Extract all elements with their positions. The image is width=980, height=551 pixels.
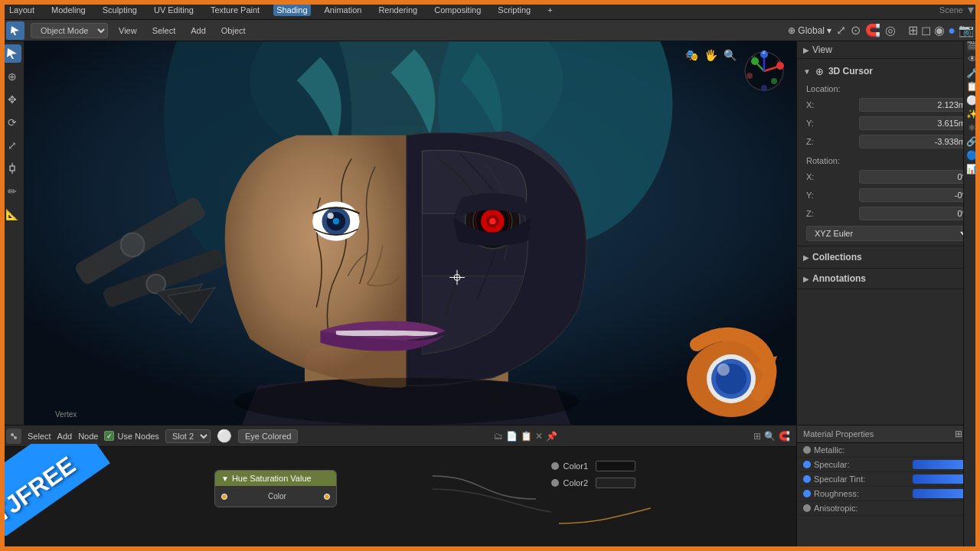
toolbar-object[interactable]: Object xyxy=(217,24,250,37)
annotations-chevron-icon: ▶ xyxy=(803,275,809,283)
location-z-input[interactable]: -3.938m xyxy=(859,135,971,148)
node-snap-icon[interactable]: 🧲 xyxy=(779,431,790,442)
transform-icon[interactable]: ⤢ xyxy=(836,23,846,37)
rstrip-constraint-icon[interactable]: 🔗 xyxy=(966,136,978,147)
rotation-x-input[interactable]: 0° xyxy=(859,170,971,184)
toolbar-view[interactable]: View xyxy=(114,24,142,37)
metallic-label: Metallic: xyxy=(814,445,974,455)
node-btn-browse[interactable]: 🗂 xyxy=(494,431,503,442)
rstrip-particle-icon[interactable]: ✨ xyxy=(966,109,978,119)
tool-measure[interactable]: 📐 xyxy=(3,205,21,223)
menu-layout[interactable]: Layout xyxy=(6,4,38,16)
object-mode-select[interactable]: Object Mode xyxy=(31,23,108,38)
material-panel: Material Properties ⊞ ⚙ Metallic: Specul… xyxy=(796,425,980,551)
svg-text:Z: Z xyxy=(763,51,766,55)
menu-uv-editing[interactable]: UV Editing xyxy=(151,4,197,16)
pivot-icon[interactable]: ⊙ xyxy=(851,23,861,37)
tool-cursor[interactable] xyxy=(3,44,21,63)
svg-point-13 xyxy=(333,218,339,224)
collections-header[interactable]: ▶ Collections ⋯ xyxy=(803,249,974,265)
viewport-hand-icon[interactable]: 🖐 xyxy=(704,49,717,61)
rstrip-tool-icon[interactable]: 🔧 xyxy=(967,67,978,79)
node-zoom-icon[interactable]: 🔍 xyxy=(764,431,776,442)
annotations-header[interactable]: ▶ Annotations xyxy=(803,272,974,285)
viewport-camera-icon[interactable]: 🎭 xyxy=(685,49,698,61)
node-select-btn[interactable]: Select xyxy=(28,432,51,441)
rotation-y-input[interactable]: -0° xyxy=(859,188,971,202)
view-section[interactable]: ▶ View xyxy=(797,41,980,59)
global-select[interactable]: ⊕ Global ▾ xyxy=(788,25,831,36)
material-sphere-icon[interactable]: ⚪ xyxy=(217,429,232,443)
node-canvas[interactable]: Color1 Color2 ▼ Hue Saturation Value Col… xyxy=(0,447,796,551)
node-overlay-icon[interactable]: ⊞ xyxy=(753,431,761,442)
tool-annotate[interactable]: ✏ xyxy=(3,182,21,201)
rstrip-view-icon[interactable]: 👁 xyxy=(968,54,977,64)
menu-compositing[interactable]: Compositing xyxy=(431,4,484,16)
rstrip-data-icon[interactable]: 📊 xyxy=(966,164,978,174)
toolbar-select-icon[interactable] xyxy=(6,21,24,40)
rstrip-modifier-icon[interactable]: 🔵 xyxy=(966,150,978,161)
use-nodes-checkbox[interactable]: ✓ Use Nodes xyxy=(104,431,158,441)
material-name[interactable]: Eye Colored xyxy=(238,429,299,443)
hue-saturation-node[interactable]: ▼ Hue Saturation Value Color xyxy=(214,470,337,507)
color1-swatch[interactable] xyxy=(596,461,635,471)
specular-tint-label: Specular Tint: xyxy=(814,474,910,484)
tool-move[interactable]: ✥ xyxy=(3,90,21,109)
roughness-label: Roughness: xyxy=(814,489,910,498)
svg-marker-0 xyxy=(11,26,19,35)
shading-solid-icon[interactable]: ◉ xyxy=(934,23,945,37)
shading-render-icon[interactable]: ● xyxy=(948,24,956,37)
rstrip-scene-icon[interactable]: 🎬 xyxy=(966,40,978,51)
menu-modeling[interactable]: Modeling xyxy=(48,4,89,16)
snap-icon[interactable]: 🧲 xyxy=(865,23,880,37)
roughness-dot[interactable] xyxy=(803,490,811,497)
tool-select-box[interactable]: ⊕ xyxy=(3,67,21,86)
rstrip-material-icon[interactable]: ⚪ xyxy=(966,95,978,106)
toolbar-select[interactable]: Select xyxy=(148,24,181,37)
menu-rendering[interactable]: Rendering xyxy=(375,4,420,16)
rotation-mode-select[interactable]: XYZ Euler Quaternion Axis Angle xyxy=(806,226,971,241)
viewport-search-icon[interactable]: 🔍 xyxy=(724,49,737,61)
node-node-btn[interactable]: Node xyxy=(78,432,98,441)
node-btn-copy[interactable]: 📋 xyxy=(521,431,532,442)
node-btn-new[interactable]: 📄 xyxy=(506,431,518,442)
rstrip-physics-icon[interactable]: ⚛ xyxy=(968,122,976,133)
proportional-icon[interactable]: ◎ xyxy=(885,23,896,37)
specular-dot[interactable] xyxy=(803,461,811,468)
rotation-z-input[interactable]: 0° xyxy=(859,207,971,220)
toolbar-add[interactable]: Add xyxy=(186,24,211,37)
menu-texture-paint[interactable]: Texture Paint xyxy=(207,4,263,16)
tool-rotate[interactable]: ⟳ xyxy=(3,113,21,132)
node-btn-pin[interactable]: 📌 xyxy=(546,431,557,442)
camera-icon[interactable]: 📷 xyxy=(959,23,974,37)
menu-plus-icon[interactable]: + xyxy=(544,4,555,16)
node-btn-close[interactable]: ✕ xyxy=(535,431,543,442)
menu-shading[interactable]: Shading xyxy=(273,4,310,16)
location-x-input[interactable]: 2.123m xyxy=(859,98,971,112)
node-editor-icon[interactable] xyxy=(6,429,21,444)
scene-dropdown-icon[interactable]: ▾ xyxy=(968,2,974,17)
viewport-gizmo[interactable]: X Y Z xyxy=(743,51,786,95)
menu-animation[interactable]: Animation xyxy=(322,4,365,16)
menu-sculpting[interactable]: Sculpting xyxy=(100,4,140,16)
hue-sat-output-socket[interactable] xyxy=(324,494,330,500)
tool-transform[interactable] xyxy=(3,159,21,178)
node-add-btn[interactable]: Add xyxy=(57,432,73,441)
main-viewport[interactable]: X Y Z 🎭 🖐 🔍 Vertex xyxy=(24,41,796,425)
hue-sat-collapse-icon[interactable]: ▼ xyxy=(221,474,229,483)
rstrip-active-icon[interactable]: 📋 xyxy=(966,81,978,92)
slot-select[interactable]: Slot 2 Slot 1 xyxy=(165,429,211,443)
location-y-input[interactable]: 3.615m xyxy=(859,116,971,130)
tool-scale[interactable]: ⤢ xyxy=(3,136,21,155)
svg-point-19 xyxy=(489,218,495,224)
shading-wire-icon[interactable]: ◻ xyxy=(921,23,931,37)
cursor-header[interactable]: ▼ ⊕ 3D Cursor ⋯ xyxy=(803,62,974,80)
specular-tint-dot[interactable] xyxy=(803,475,811,483)
mat-panel-icon-1[interactable]: ⊞ xyxy=(955,429,962,439)
overlay-icon[interactable]: ⊞ xyxy=(908,23,918,37)
anisotropic-dot[interactable] xyxy=(803,504,811,512)
menu-scripting[interactable]: Scripting xyxy=(495,4,534,16)
color2-swatch[interactable] xyxy=(596,478,635,488)
hue-sat-input-socket[interactable] xyxy=(221,494,227,500)
metallic-dot[interactable] xyxy=(803,446,811,454)
